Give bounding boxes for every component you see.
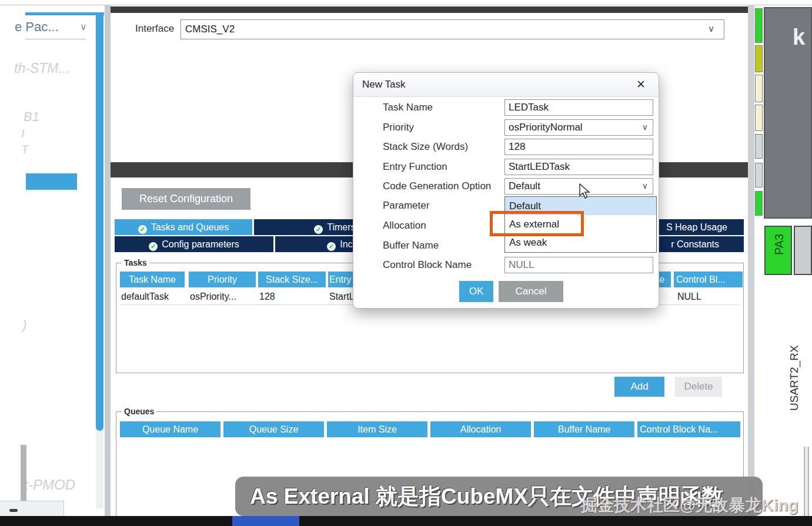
add-button[interactable]: Add: [614, 377, 664, 397]
sidebar-active-tab-indicator: [25, 12, 104, 15]
code-generation-label: Code Generation Option: [383, 180, 491, 192]
queues-col-header[interactable]: Queue Size: [223, 421, 324, 437]
sidebar-scrollbar-thumb[interactable]: [96, 15, 103, 431]
sidebar-pack-label[interactable]: e Pac...: [15, 19, 79, 35]
buffer-name-label: Buffer Name: [383, 240, 439, 252]
pin-block-green[interactable]: [755, 8, 763, 43]
pin-block-cream[interactable]: [755, 75, 763, 102]
queues-col-header[interactable]: Control Block Na...: [637, 421, 740, 437]
entry-function-label: Entry Function: [383, 161, 447, 173]
watermark-text: 掘金技术社区@无敌暴龙King: [581, 494, 798, 517]
queues-col-header[interactable]: Queue Name: [120, 421, 220, 437]
tasks-col-header[interactable]: Task Name: [120, 272, 185, 287]
signal-label-wrap: USART2_RX: [774, 286, 791, 416]
pencil-icon: [9, 509, 18, 512]
bottom-bar: [0, 516, 812, 526]
stack-size-label: Stack Size (Words): [383, 141, 468, 153]
new-task-dialog: New Task ✕ Task Name Priority osPriority…: [353, 72, 659, 309]
main-top-bar: [111, 6, 748, 13]
signal-label: USART2_RX: [788, 345, 801, 411]
right-scrollbar[interactable]: [804, 447, 809, 516]
chevron-down-icon: ∨: [642, 122, 648, 132]
dialog-title: New Task: [362, 79, 405, 91]
pin-gray[interactable]: [794, 226, 812, 275]
tab-label: r Constants: [671, 239, 719, 249]
priority-value: osPriorityNormal: [509, 122, 583, 133]
chevron-down-icon: ∨: [642, 181, 648, 190]
delete-button[interactable]: Delete: [675, 377, 722, 397]
sidebar-ghost-text: T: [21, 143, 28, 156]
check-icon: ✓: [149, 242, 158, 251]
task-row-cell[interactable]: defaultTask: [121, 289, 169, 304]
tasks-col-header[interactable]: Priority: [189, 272, 256, 287]
task-row-cell[interactable]: osPriority...: [190, 289, 236, 304]
check-icon: ✓: [327, 242, 336, 251]
tasks-col-header[interactable]: Control Bl...: [674, 272, 743, 287]
sidebar-ghost-text: B1: [24, 109, 39, 125]
pin-block-gray[interactable]: [755, 163, 763, 187]
queues-col-header[interactable]: Allocation: [430, 421, 531, 437]
interface-value: CMSIS_V2: [185, 24, 235, 35]
chevron-down-icon[interactable]: ∨: [80, 21, 87, 32]
progress-segment[interactable]: [232, 516, 299, 526]
queues-col-header[interactable]: Item Size: [327, 421, 427, 437]
top-divider: [0, 5, 812, 5]
tab-config-parameters[interactable]: ✓Config parameters: [115, 236, 273, 252]
stack-size-input[interactable]: [504, 139, 653, 155]
pin-block-green[interactable]: [755, 191, 763, 216]
mouse-cursor: [579, 183, 592, 200]
pin-block-gray[interactable]: [755, 134, 763, 159]
panel-separator: [105, 5, 111, 517]
screen: e Pac... ∨ th-STM... B1 I T ) k-PMOD Int…: [0, 0, 812, 526]
priority-label: Priority: [383, 122, 414, 133]
tasks-legend: Tasks: [122, 258, 149, 267]
check-icon: ✓: [138, 225, 147, 234]
tab-label: S Heap Usage: [666, 222, 727, 232]
code-generation-value: Default: [509, 180, 540, 192]
orange-highlight-box: [490, 211, 584, 236]
close-icon[interactable]: ✕: [636, 78, 646, 91]
parameter-label: Parameter: [383, 200, 429, 212]
sidebar-ghost-text: I: [21, 127, 25, 140]
sidebar-blue-button[interactable]: [26, 173, 77, 190]
queues-legend: Queues: [122, 407, 156, 416]
check-icon: ✓: [314, 225, 323, 234]
tab-tasks-and-queues[interactable]: ✓Tasks and Queues: [115, 219, 252, 235]
task-row-cell[interactable]: 128: [259, 289, 275, 304]
interface-select[interactable]: [181, 19, 724, 39]
sidebar-ghost-text: ): [22, 317, 26, 333]
allocation-label: Allocation: [383, 220, 426, 232]
sidebar-ghost-text: th-STM...: [14, 61, 70, 76]
pin-pa3-label: PA3: [773, 234, 786, 255]
pin-block-yellow[interactable]: [755, 45, 763, 72]
entry-function-input[interactable]: [504, 159, 653, 175]
cancel-button[interactable]: Cancel: [499, 281, 563, 302]
chip-label: k: [793, 25, 805, 50]
priority-select[interactable]: osPriorityNormal ∨: [504, 119, 653, 136]
reset-configuration-button[interactable]: Reset Configuration: [122, 188, 250, 210]
pin-pa3[interactable]: PA3: [764, 226, 792, 275]
task-name-input[interactable]: [504, 99, 653, 116]
tab-label: Config parameters: [162, 239, 239, 249]
chevron-down-icon[interactable]: ∨: [708, 24, 714, 34]
control-block-input[interactable]: [504, 257, 653, 273]
ok-button[interactable]: OK: [459, 281, 493, 302]
interface-label: Interface: [135, 23, 174, 35]
sidebar-underline: [25, 39, 86, 39]
sidebar-ghost-text: k-PMOD: [21, 477, 75, 493]
task-row-cell[interactable]: StartL: [329, 289, 355, 304]
pin-block-cream[interactable]: [755, 105, 763, 131]
task-name-label: Task Name: [383, 102, 433, 113]
dialog-titlebar[interactable]: New Task ✕: [353, 73, 659, 97]
control-block-label: Control Block Name: [383, 259, 472, 271]
tasks-col-header[interactable]: Stack Size...: [258, 272, 326, 287]
tab-label: Tasks and Queues: [151, 222, 229, 232]
queues-col-header[interactable]: Buffer Name: [534, 421, 634, 437]
sidebar-gray-bar: [21, 445, 26, 507]
task-row-cell[interactable]: NULL: [677, 289, 701, 304]
pinout-left-strip: [748, 5, 754, 517]
